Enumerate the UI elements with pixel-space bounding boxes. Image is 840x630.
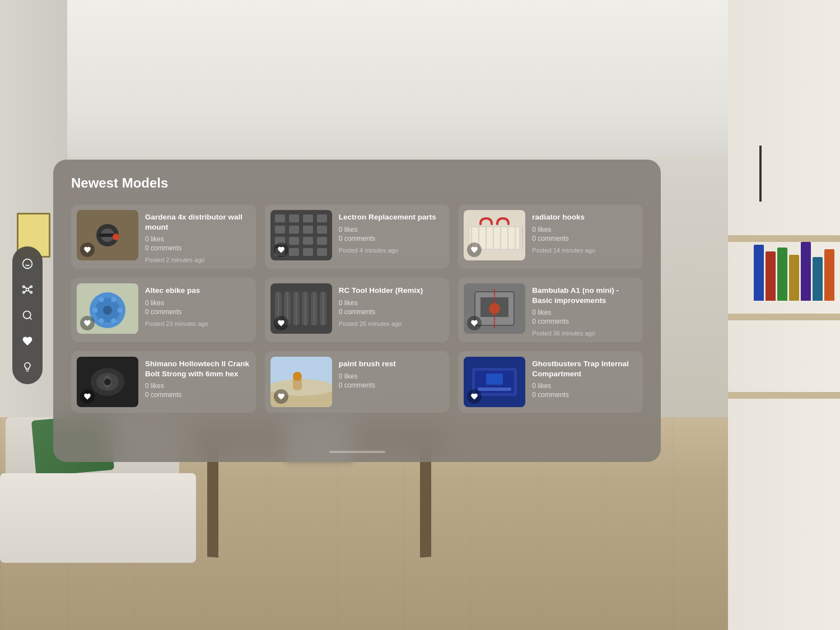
model-name: paint brush rest — [339, 359, 444, 369]
model-card[interactable]: RC Tool Holder (Remix) 0 likes 0 comment… — [265, 278, 450, 342]
model-posted-time: Posted 26 minutes ago — [339, 320, 444, 327]
svg-rect-32 — [289, 248, 299, 256]
model-posted-time: Posted 23 minutes ago — [145, 320, 250, 327]
model-thumbnail — [77, 210, 138, 260]
svg-rect-28 — [289, 237, 299, 245]
model-info: radiator hooks 0 likes 0 comments Posted… — [532, 210, 637, 254]
model-card[interactable]: Lectron Replacement parts 0 likes 0 comm… — [265, 204, 450, 269]
svg-rect-21 — [303, 214, 313, 222]
model-thumbnail — [270, 210, 332, 260]
sidebar-item-network[interactable] — [17, 279, 38, 300]
like-button[interactable] — [274, 389, 288, 404]
model-likes: 0 likes — [145, 235, 250, 243]
svg-line-10 — [29, 291, 30, 292]
model-posted-time: Posted 4 minutes ago — [339, 247, 444, 254]
like-button[interactable] — [80, 242, 95, 257]
book-7 — [824, 249, 834, 301]
model-name: RC Tool Holder (Remix) — [339, 286, 444, 296]
svg-rect-86 — [478, 388, 511, 391]
model-comments: 0 comments — [145, 391, 250, 399]
panel-title: Newest Models — [71, 175, 643, 191]
model-card[interactable]: Gardena 4x distributor wall mount 0 like… — [71, 204, 256, 269]
ceiling — [0, 0, 840, 157]
svg-point-17 — [113, 234, 119, 240]
svg-rect-87 — [486, 374, 503, 385]
svg-rect-25 — [303, 226, 313, 234]
model-likes: 0 likes — [339, 226, 444, 234]
sidebar-item-trending[interactable] — [17, 253, 38, 274]
book-5 — [801, 242, 811, 301]
book-3 — [777, 248, 787, 301]
model-card[interactable]: Ghostbusters Trap Internal Compartment 0… — [458, 351, 643, 413]
model-thumbnail — [77, 357, 138, 407]
sidebar-item-ideas[interactable] — [17, 356, 38, 377]
lamp-post — [759, 146, 762, 202]
model-info: paint brush rest 0 likes 0 comments — [339, 357, 444, 390]
model-name: radiator hooks — [532, 212, 637, 222]
model-card[interactable]: Altec ebike pas 0 likes 0 comments Poste… — [71, 278, 256, 342]
model-card[interactable]: radiator hooks 0 likes 0 comments Posted… — [458, 204, 643, 269]
model-thumbnail — [270, 357, 332, 407]
svg-point-48 — [103, 306, 112, 315]
svg-point-6 — [30, 291, 32, 293]
book-1 — [754, 245, 764, 301]
svg-rect-49 — [118, 308, 122, 312]
svg-rect-33 — [303, 248, 313, 256]
svg-point-72 — [489, 303, 500, 314]
model-likes: 0 likes — [145, 299, 250, 307]
model-comments: 0 comments — [532, 391, 637, 399]
model-likes: 0 likes — [145, 382, 250, 390]
like-button[interactable] — [80, 316, 95, 330]
shelf-1 — [728, 235, 840, 242]
like-button[interactable] — [274, 316, 288, 330]
model-comments: 0 comments — [145, 244, 250, 252]
svg-point-4 — [30, 286, 32, 287]
svg-rect-34 — [317, 248, 327, 256]
scroll-indicator — [329, 451, 385, 453]
model-likes: 0 likes — [532, 226, 637, 234]
model-info: RC Tool Holder (Remix) 0 likes 0 comment… — [339, 283, 444, 327]
model-name: Bambulab A1 (no mini) - Basic improvemen… — [532, 286, 637, 305]
svg-line-12 — [30, 318, 32, 320]
model-thumbnail — [464, 210, 525, 260]
books-decoration — [754, 242, 834, 301]
like-button[interactable] — [274, 242, 288, 257]
svg-line-9 — [25, 291, 26, 292]
model-posted-time: Posted 2 minutes ago — [145, 256, 250, 263]
model-name: Ghostbusters Trap Internal Compartment — [532, 359, 637, 379]
svg-point-77 — [104, 379, 111, 385]
model-info: Altec ebike pas 0 likes 0 comments Poste… — [145, 283, 250, 327]
model-card[interactable]: paint brush rest 0 likes 0 comments — [265, 351, 450, 413]
svg-point-82 — [293, 372, 302, 381]
model-info: Bambulab A1 (no mini) - Basic improvemen… — [532, 283, 637, 337]
model-card[interactable]: Bambulab A1 (no mini) - Basic improvemen… — [458, 278, 643, 342]
model-card[interactable]: Shimano Hollowtech II Crank Bolt Strong … — [71, 351, 256, 413]
model-posted-time: Posted 36 minutes ago — [532, 330, 637, 337]
model-likes: 0 likes — [339, 372, 444, 380]
sidebar-item-search[interactable] — [17, 305, 38, 326]
svg-line-8 — [29, 287, 30, 288]
book-2 — [766, 251, 776, 301]
model-info: Ghostbusters Trap Internal Compartment 0… — [532, 357, 637, 400]
svg-rect-22 — [317, 214, 327, 222]
model-name: Gardena 4x distributor wall mount — [145, 212, 250, 232]
svg-point-11 — [24, 311, 31, 319]
like-button[interactable] — [80, 389, 95, 404]
svg-rect-19 — [275, 214, 285, 222]
model-likes: 0 likes — [532, 382, 637, 390]
sidebar — [12, 246, 43, 384]
model-comments: 0 comments — [339, 235, 444, 242]
shelf-2 — [728, 314, 840, 320]
model-comments: 0 comments — [532, 235, 637, 242]
sidebar-item-liked[interactable] — [17, 330, 38, 352]
main-panel: Newest Models Gardena 4x distributor wal… — [53, 160, 661, 462]
model-thumbnail — [270, 283, 332, 334]
models-grid: Gardena 4x distributor wall mount 0 like… — [71, 204, 643, 413]
model-likes: 0 likes — [339, 299, 444, 307]
model-comments: 0 comments — [339, 308, 444, 316]
svg-rect-30 — [317, 237, 327, 245]
model-thumbnail — [464, 283, 525, 334]
svg-rect-24 — [289, 226, 299, 234]
model-name: Altec ebike pas — [145, 286, 250, 296]
model-likes: 0 likes — [532, 309, 637, 316]
